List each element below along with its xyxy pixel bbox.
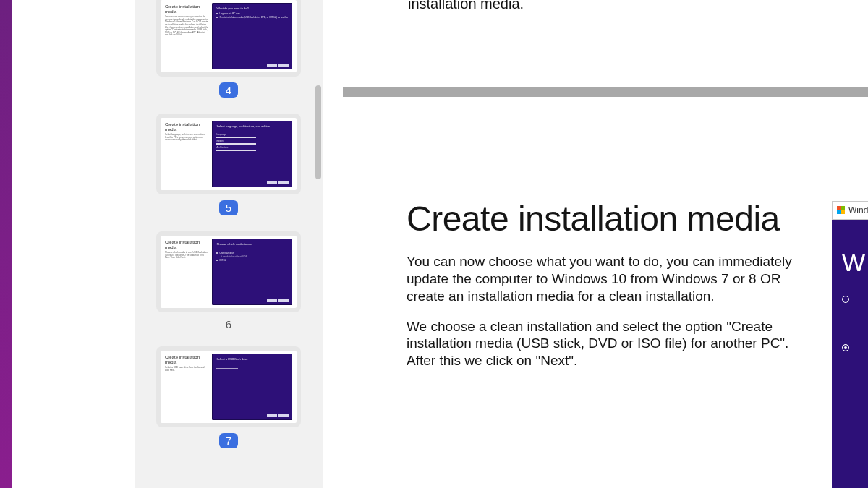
slide-text-block: Create installation media You can now ch… xyxy=(407,201,812,382)
radio-option-create-media[interactable] xyxy=(842,338,868,355)
dialog-body: W xyxy=(832,220,868,488)
app-root: Create installation media You can now ch… xyxy=(0,0,868,488)
dialog-titlebar: Windo xyxy=(832,201,868,220)
thumb-title: Create installation media xyxy=(165,240,208,249)
thumb-desc: Choose which media to use. USB flash dri… xyxy=(165,252,208,260)
thumb-title: Create installation media xyxy=(165,355,208,364)
thumbnail-slot-5[interactable]: Create installation media Select languag… xyxy=(142,114,315,231)
slide-title: Create installation media xyxy=(407,201,812,237)
slide-paragraph-1: You can now choose what you want to do, … xyxy=(407,253,812,304)
thumb-dialog-preview: Select a USB flash drive xyxy=(212,354,292,420)
thumbnail-card[interactable]: Create installation media Select a USB f… xyxy=(156,346,301,427)
dialog-title-text: Windo xyxy=(848,205,868,215)
thumb-dialog-preview: Select language, architecture, and editi… xyxy=(212,121,292,187)
left-accent-strip xyxy=(0,0,12,488)
thumbnail-scrollbar[interactable] xyxy=(315,85,321,179)
thumbnail-slot-6[interactable]: Create installation media Choose which m… xyxy=(142,231,315,346)
thumb-desc: Select a USB flash drive from the list a… xyxy=(165,367,208,372)
svg-rect-2 xyxy=(837,210,841,214)
left-gap xyxy=(12,0,135,488)
thumbnail-number: 6 xyxy=(226,318,231,330)
thumb-desc: Select language, architecture and editio… xyxy=(165,134,208,142)
svg-rect-3 xyxy=(841,210,845,214)
thumb-dialog-preview: Choose which media to use USB flash driv… xyxy=(212,239,292,305)
thumb-dialog-preview: What do you want to do? Upgrade this PC … xyxy=(212,3,292,69)
thumbnail-slot-4[interactable]: Create installation media You can now ch… xyxy=(142,0,315,114)
svg-rect-1 xyxy=(841,206,845,210)
dialog-heading-fragment: W xyxy=(842,249,868,277)
windows-logo-icon xyxy=(837,206,846,215)
thumbnail-card[interactable]: Create installation media Select languag… xyxy=(156,114,301,194)
slide-gap-divider xyxy=(343,87,868,97)
thumbnail-card[interactable]: Create installation media You can now ch… xyxy=(156,0,301,77)
slide-paragraph-2: We choose a clean installation and selec… xyxy=(407,318,812,369)
thumb-title: Create installation media xyxy=(165,122,208,132)
thumb-desc: You can now choose what you want to do, … xyxy=(165,16,208,37)
thumbnail-number-badge: 4 xyxy=(219,82,238,98)
previous-slide-fragment: installation media. xyxy=(408,0,524,12)
thumbnail-panel[interactable]: Create installation media You can now ch… xyxy=(135,0,323,488)
thumbnail-number-badge: 7 xyxy=(219,433,238,448)
thumbnail-card[interactable]: Create installation media Choose which m… xyxy=(156,231,301,312)
svg-rect-0 xyxy=(837,206,841,210)
slide-canvas[interactable]: installation media. Create installation … xyxy=(343,0,868,488)
windows-setup-dialog-cropped: Windo W xyxy=(832,201,868,488)
thumbnail-slot-7[interactable]: Create installation media Select a USB f… xyxy=(142,346,315,464)
thumb-title: Create installation media xyxy=(165,4,208,14)
radio-option-upgrade[interactable] xyxy=(842,290,868,307)
panel-separator xyxy=(323,0,343,488)
thumbnail-number-badge: 5 xyxy=(219,200,238,215)
